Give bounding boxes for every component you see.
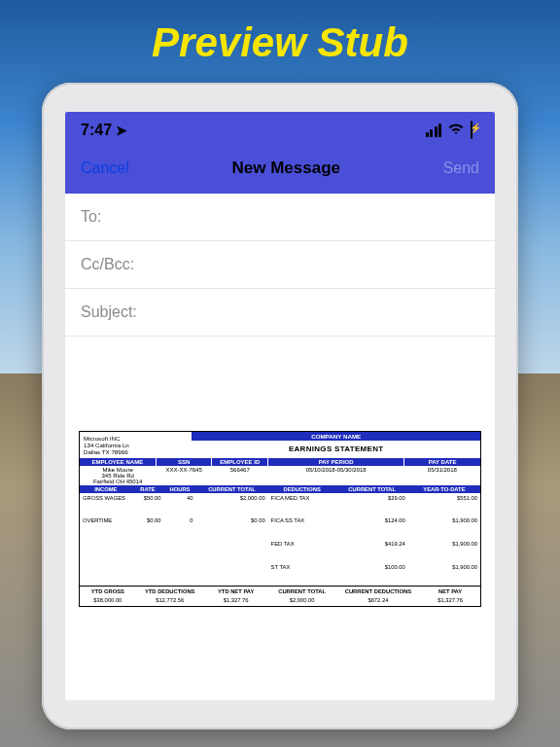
compose-fields: To: Cc/Bcc: Subject: xyxy=(65,194,495,337)
send-button[interactable]: Send xyxy=(443,160,479,177)
hdr-rate: RATE xyxy=(132,485,164,493)
col-ssn: SSN xyxy=(156,458,212,466)
location-icon: ➤ xyxy=(116,123,127,138)
val-ytd-ded: $12,772.56 xyxy=(136,596,204,606)
hdr-hours: HOURS xyxy=(164,485,196,493)
income-hours: 40 xyxy=(164,493,196,516)
status-time: 7:47 xyxy=(81,122,112,139)
subject-field-row[interactable]: Subject: xyxy=(65,289,495,337)
pay-date: 05/31/2018 xyxy=(404,466,480,485)
income-total xyxy=(195,539,267,562)
val-curr-ded: $672.24 xyxy=(336,596,421,606)
company-addr2: Dallas TX 78966 xyxy=(84,448,188,455)
deduction-curr: $124.00 xyxy=(336,516,408,539)
cancel-button[interactable]: Cancel xyxy=(81,160,129,177)
company-addr1: 134 California Ln xyxy=(84,442,188,448)
val-net-pay: $1,327.76 xyxy=(420,596,480,606)
hdr-curr-total-left: CURRENT TOTAL xyxy=(195,485,267,493)
lbl-ytd-gross: YTD GROSS xyxy=(80,586,136,596)
pay-period: 05/10/2018-05/30/2018 xyxy=(268,466,404,485)
deduction-label: FED TAX xyxy=(268,539,336,562)
deduction-ytd: $1,900.00 xyxy=(408,516,480,539)
hdr-income: INCOME xyxy=(80,485,132,493)
income-label: GROSS WAGES xyxy=(80,493,132,516)
cc-field-row[interactable]: Cc/Bcc: xyxy=(65,241,495,289)
income-total xyxy=(195,562,267,586)
hdr-deductions: DEDUCTIONS xyxy=(268,485,336,493)
income-rate: $50.00 xyxy=(132,493,164,516)
val-ytd-net: $1,327.76 xyxy=(204,596,268,606)
deduction-label: FICA SS TAX xyxy=(268,516,336,539)
hdr-ytd: YEAR-TO-DATE xyxy=(408,485,480,493)
deduction-ytd: $1,900.00 xyxy=(408,539,480,562)
val-ytd-gross: $38,000.00 xyxy=(80,596,136,606)
lbl-ytd-net: YTD NET PAY xyxy=(204,586,268,596)
hdr-curr-total-right: CURRENT TOTAL xyxy=(336,485,408,493)
paystub-attachment[interactable]: Microsoft INC 134 California Ln Dallas T… xyxy=(79,431,481,607)
screen: 7:47 ➤ Cancel New Message Send xyxy=(65,112,495,700)
company-name: Microsoft INC xyxy=(84,435,188,442)
lbl-ytd-ded: YTD DEDUCTIONS xyxy=(136,586,204,596)
income-label xyxy=(80,539,132,562)
income-rate: $0.00 xyxy=(132,516,164,539)
income-hours: 0 xyxy=(164,516,196,539)
col-pay-period: PAY PERIOD xyxy=(268,458,404,466)
message-body[interactable]: Microsoft INC 134 California Ln Dallas T… xyxy=(65,337,495,700)
lbl-curr-ded: CURRENT DEDUCTIONS xyxy=(336,586,421,596)
income-total: $2,000.00 xyxy=(195,493,267,516)
income-rate xyxy=(132,562,164,586)
deduction-curr: $100.00 xyxy=(336,562,408,586)
deduction-curr: $29.00 xyxy=(336,493,408,516)
col-emp-name: EMPLOYEE NAME xyxy=(80,458,156,466)
company-header: COMPANY NAME xyxy=(192,432,480,441)
nav-bar: Cancel New Message Send xyxy=(65,145,495,194)
earnings-title: EARNINGS STATEMENT xyxy=(192,441,480,457)
ssn: XXX-XX-7645 xyxy=(156,466,212,485)
emp-addr2: Fairfield OH 45014 xyxy=(83,479,153,484)
lbl-curr-tot: CURRENT TOTAL xyxy=(268,586,336,596)
income-label xyxy=(80,562,132,586)
to-label: To: xyxy=(81,208,101,226)
lbl-net-pay: NET PAY xyxy=(420,586,480,596)
app-header: 7:47 ➤ Cancel New Message Send xyxy=(65,112,495,194)
col-pay-date: PAY DATE xyxy=(404,458,480,466)
income-label: OVERTIME xyxy=(80,516,132,539)
col-emp-id: EMPLOYEE ID xyxy=(212,458,268,466)
deduction-ytd: $551.00 xyxy=(408,493,480,516)
cellular-icon xyxy=(426,124,442,137)
wifi-icon xyxy=(447,122,465,139)
to-input[interactable] xyxy=(107,208,479,226)
emp-id: 566467 xyxy=(212,466,268,485)
val-curr-tot: $2,000.00 xyxy=(268,596,336,606)
promo-title: Preview Stub xyxy=(0,19,560,66)
income-hours xyxy=(164,562,196,586)
to-field-row[interactable]: To: xyxy=(65,194,495,241)
ipad-frame: 7:47 ➤ Cancel New Message Send xyxy=(42,83,518,729)
deduction-label: ST TAX xyxy=(268,562,336,586)
charging-icon xyxy=(472,125,479,135)
income-total: $0.00 xyxy=(195,516,267,539)
income-hours xyxy=(164,539,196,562)
subject-input[interactable] xyxy=(143,303,479,321)
cc-input[interactable] xyxy=(140,256,479,273)
subject-label: Subject: xyxy=(81,303,137,321)
deduction-ytd: $1,900.00 xyxy=(408,562,480,586)
income-rate xyxy=(132,539,164,562)
nav-title: New Message xyxy=(231,159,340,178)
status-bar: 7:47 ➤ xyxy=(65,112,495,145)
deduction-label: FICA MED TAX xyxy=(268,493,336,516)
cc-label: Cc/Bcc: xyxy=(81,256,134,273)
deduction-curr: $419.24 xyxy=(336,539,408,562)
